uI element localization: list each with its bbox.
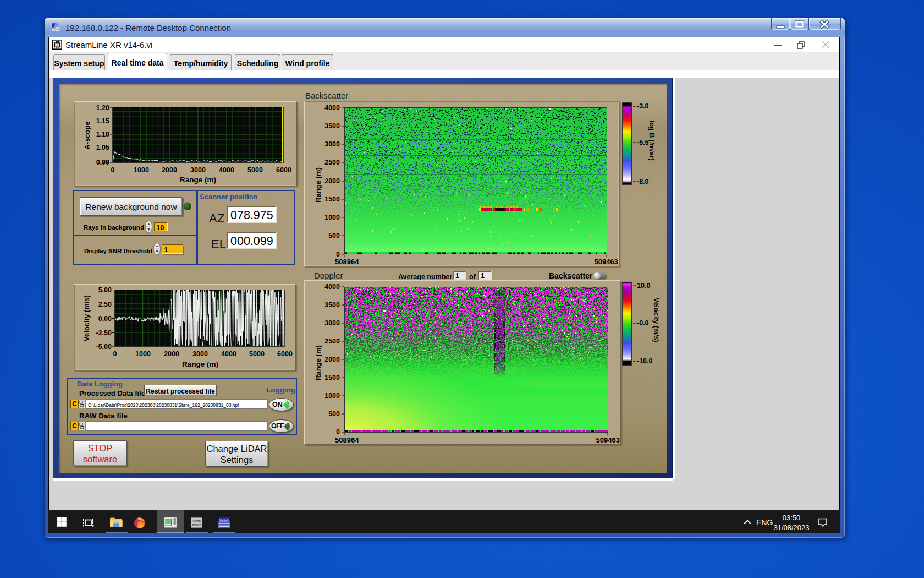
svg-text:Velocity (m/s): Velocity (m/s) [82, 295, 91, 341]
svg-text:1500: 1500 [324, 195, 340, 203]
svg-text:500: 500 [328, 410, 340, 418]
svg-text:3000: 3000 [193, 350, 208, 358]
svg-text:508964: 508964 [335, 258, 359, 266]
svg-text:1.15: 1.15 [96, 117, 109, 125]
svg-text:1.10: 1.10 [96, 130, 109, 138]
svg-text:-5.00: -5.00 [96, 343, 112, 351]
svg-text:2000: 2000 [164, 350, 179, 358]
svg-text:4000: 4000 [324, 283, 340, 291]
svg-text:4000: 4000 [324, 104, 340, 112]
svg-text:3000: 3000 [324, 319, 340, 327]
svg-text:4000: 4000 [219, 166, 234, 174]
svg-text:0.00: 0.00 [98, 315, 112, 323]
svg-text:3000: 3000 [324, 140, 340, 148]
svg-text:6000: 6000 [277, 350, 293, 358]
svg-text:A-scope: A-scope [83, 121, 91, 149]
svg-text:Range (m): Range (m) [180, 176, 216, 184]
svg-text:2500: 2500 [324, 337, 340, 345]
svg-text:3500: 3500 [324, 122, 340, 130]
svg-text:2.50: 2.50 [98, 301, 112, 308]
svg-text:509463: 509463 [596, 436, 620, 444]
svg-text:1.20: 1.20 [96, 104, 109, 112]
svg-text:6000: 6000 [276, 166, 292, 174]
svg-text:Range (m): Range (m) [182, 360, 218, 368]
svg-text:0: 0 [336, 250, 340, 258]
svg-text:0: 0 [111, 166, 115, 174]
svg-text:1500: 1500 [324, 374, 340, 381]
svg-text:0.99: 0.99 [96, 159, 109, 166]
svg-text:-5.5: -5.5 [637, 139, 649, 146]
svg-text:-2.50: -2.50 [96, 329, 112, 337]
svg-text:-3.0: -3.0 [637, 102, 649, 110]
svg-text:508964: 508964 [335, 436, 359, 444]
svg-text:5.00: 5.00 [98, 286, 112, 294]
svg-text:2500: 2500 [324, 159, 340, 166]
svg-text:2000: 2000 [324, 177, 340, 185]
svg-text:1000: 1000 [324, 392, 340, 400]
svg-text:0: 0 [113, 350, 117, 358]
svg-text:1000: 1000 [324, 214, 340, 221]
svg-text:Range (m): Range (m) [314, 167, 322, 203]
svg-text:-10.0: -10.0 [637, 357, 653, 365]
svg-text:3000: 3000 [190, 166, 206, 174]
svg-text:-0.0: -0.0 [637, 319, 649, 327]
svg-text:509463: 509463 [595, 258, 618, 266]
svg-text:3500: 3500 [324, 301, 340, 309]
svg-text:10.0: 10.0 [637, 282, 650, 290]
svg-text:500: 500 [328, 232, 340, 239]
svg-text:0: 0 [336, 428, 340, 436]
svg-text:5000: 5000 [249, 350, 265, 358]
svg-text:Range (m): Range (m) [314, 345, 322, 380]
svg-text:-8.0: -8.0 [637, 178, 649, 186]
svg-text:4000: 4000 [221, 350, 237, 358]
svg-text:9EIEK: 9EIEK [219, 518, 229, 521]
svg-text:5000: 5000 [248, 166, 263, 174]
svg-text:1000: 1000 [135, 350, 151, 358]
svg-text:1.05: 1.05 [96, 144, 109, 151]
svg-text:1000: 1000 [134, 166, 149, 174]
svg-text:2000: 2000 [324, 356, 340, 363]
svg-text:2000: 2000 [162, 166, 177, 174]
